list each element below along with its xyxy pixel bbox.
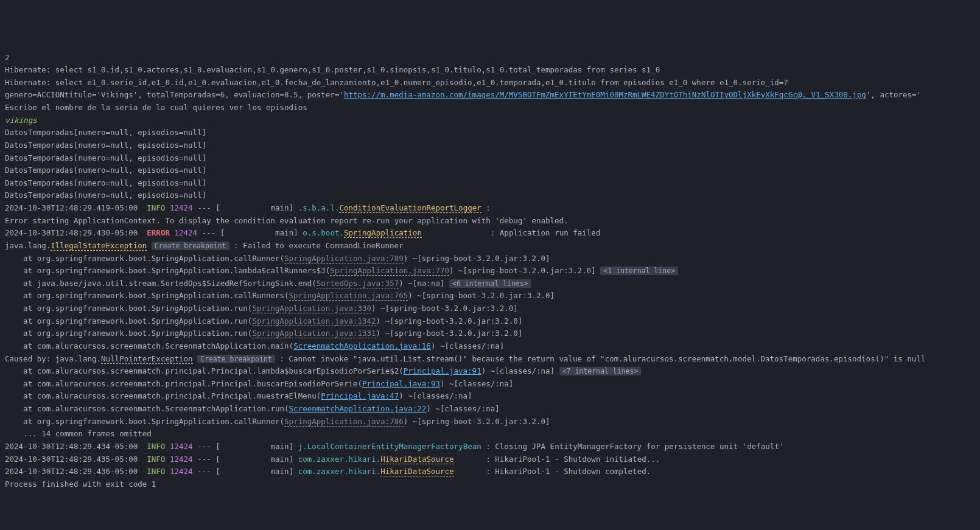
stack-jar: ) ~[spring-boot-3.2.0.jar:3.2.0] — [449, 266, 596, 275]
source-link[interactable]: SpringApplication.java:786 — [284, 417, 404, 427]
temporada-text: DatosTemporadas[numero=null, episodios=n… — [5, 178, 206, 187]
source-link[interactable]: Principal.java:93 — [362, 379, 440, 388]
process-id: 12424 — [170, 467, 193, 476]
stack-frame: at org.springframework.boot.SpringApplic… — [5, 265, 975, 277]
timestamp: 2024-10-30T12:48:29.434-05:00 — [5, 442, 138, 451]
log-level: INFO — [147, 467, 165, 476]
stack-location: at org.springframework.boot.SpringApplic… — [5, 417, 284, 426]
stack-frame: at org.springframework.boot.SpringApplic… — [5, 315, 975, 328]
exit-text: Process finished with exit code 1 — [5, 479, 156, 489]
source-link[interactable]: Principal.java:47 — [321, 391, 399, 400]
source-link[interactable]: SortedOps.java:357 — [317, 279, 399, 288]
stack-location: at org.springframework.boot.SpringApplic… — [5, 329, 252, 338]
logger-name: j.LocalContainerEntityManagerFactoryBean — [298, 442, 481, 451]
temporada-output: DatosTemporadas[numero=null, episodios=n… — [5, 127, 975, 139]
exception-message: : Failed to execute CommandLineRunner — [229, 241, 404, 250]
exception-line: java.lang.IllegalStateException Create b… — [5, 240, 975, 253]
process-id: 12424 — [170, 203, 193, 212]
stack-location: at com.aluracursos.screenmatch.principal… — [5, 366, 404, 375]
stack-jar: ) ~[classes/:na] — [399, 391, 472, 400]
thread-name: --- [ main] — [197, 455, 298, 464]
logger-name[interactable]: HikariDataSource — [380, 467, 453, 476]
temporada-output: DatosTemporadas[numero=null, episodios=n… — [5, 152, 975, 165]
frames-omitted: ... 14 common frames omitted — [5, 428, 975, 441]
collapsed-frames-chip[interactable]: <7 internal lines> — [559, 367, 642, 375]
stack-frame: at org.springframework.boot.SpringApplic… — [5, 327, 975, 340]
error-context-text: Error starting ApplicationContext. To di… — [5, 216, 569, 225]
thread-name: --- [ main] — [197, 442, 298, 451]
stack-jar: ) ~[spring-boot-3.2.0.jar:3.2.0] — [376, 329, 523, 338]
stack-frame: at com.aluracursos.screenmatch.principal… — [5, 378, 975, 391]
temporada-text: DatosTemporadas[numero=null, episodios=n… — [5, 190, 206, 200]
sql-text: Hibernate: select s1_0.id,s1_0.actores,s… — [5, 65, 660, 74]
stack-frame: at org.springframework.boot.SpringApplic… — [5, 290, 975, 302]
source-link[interactable]: ScreenmatchApplication.java:22 — [289, 404, 427, 413]
sql-query: Hibernate: select e1_0.serie_id,e1_0.id,… — [5, 77, 975, 89]
exception-name[interactable]: IllegalStateException — [51, 241, 147, 251]
omitted-text: ... 14 common frames omitted — [5, 429, 152, 438]
logger-prefix: com.zaxxer.hikari. — [298, 455, 380, 464]
stack-jar: ) ~[spring-boot-3.2.0.jar:3.2.0] — [404, 417, 550, 426]
logger-name[interactable]: SpringApplication — [344, 228, 422, 238]
collapsed-frames-chip[interactable]: <1 internal line> — [600, 267, 678, 275]
stack-frame: at com.aluracursos.screenmatch.principal… — [5, 365, 975, 378]
source-link[interactable]: Principal.java:91 — [404, 366, 481, 375]
temporada-text: DatosTemporadas[numero=null, episodios=n… — [5, 128, 206, 137]
source-link[interactable]: SpringApplication.java:330 — [252, 304, 371, 313]
temporada-text: DatosTemporadas[numero=null, episodios=n… — [5, 166, 206, 175]
logger-prefix: com.zaxxer.hikari. — [298, 467, 380, 476]
source-link[interactable]: SpringApplication.java:765 — [289, 291, 408, 301]
temporada-text: DatosTemporadas[numero=null, episodios=n… — [5, 153, 206, 162]
timestamp: 2024-10-30T12:48:29.430-05:00 — [5, 228, 138, 237]
temporada-output: DatosTemporadas[numero=null, episodios=n… — [5, 189, 975, 202]
log-message: : HikariPool-1 - Shutdown initiated... — [486, 455, 660, 464]
stack-jar: ) ~[spring-boot-3.2.0.jar:3.2.0] — [404, 254, 550, 263]
stack-frame: at com.aluracursos.screenmatch.Screenmat… — [5, 403, 975, 416]
stack-location: at org.springframework.boot.SpringApplic… — [5, 266, 330, 275]
caused-by-message: : Cannot invoke "java.util.List.stream()… — [275, 354, 926, 363]
exit-line: Process finished with exit code 1 — [5, 478, 975, 491]
stack-location: at java.base/java.util.stream.SortedOps$… — [5, 279, 317, 288]
source-link[interactable]: SpringApplication.java:1331 — [252, 329, 376, 338]
stack-jar: ) ~[classes/:na] — [431, 341, 504, 350]
process-id: 12424 — [174, 228, 197, 237]
source-link[interactable]: SpringApplication.java:789 — [284, 254, 404, 263]
thread-name: --- [ main] — [197, 467, 298, 476]
line-number: 2 — [5, 53, 10, 62]
temporada-text: DatosTemporadas[numero=null, episodios=n… — [5, 141, 206, 150]
serie-suffix: ', actores=' — [866, 90, 921, 99]
stack-frame: at org.springframework.boot.SpringApplic… — [5, 416, 975, 428]
stack-jar: ) ~[na:na] — [399, 279, 444, 288]
thread-name: --- [ main] — [202, 228, 303, 237]
stack-frame: at org.springframework.boot.SpringApplic… — [5, 253, 975, 265]
serie-prefix: genero=ACCIONtitulo='Vikings', totalTemp… — [5, 90, 344, 99]
user-input: vikings — [5, 114, 975, 127]
create-breakpoint-button[interactable]: Create breakpoint — [197, 355, 275, 363]
log-level: INFO — [147, 442, 165, 451]
stack-location: at org.springframework.boot.SpringApplic… — [5, 316, 252, 326]
source-link[interactable]: ScreenmatchApplication.java:16 — [293, 341, 431, 350]
poster-url-link[interactable]: https://m.media-amazon.com/images/M/MV5B… — [344, 90, 866, 99]
log-line: 2024-10-30T12:48:29.434-05:00 INFO 12424… — [5, 441, 975, 453]
log-message: : Closing JPA EntityManagerFactory for p… — [481, 442, 784, 451]
source-link[interactable]: SpringApplication.java:1342 — [252, 316, 376, 326]
log-line: 2024-10-30T12:48:29.435-05:00 INFO 12424… — [5, 453, 975, 466]
temporada-output: DatosTemporadas[numero=null, episodios=n… — [5, 139, 975, 152]
collapsed-frames-chip[interactable]: <6 internal lines> — [449, 279, 531, 288]
create-breakpoint-button[interactable]: Create breakpoint — [152, 242, 229, 250]
stack-jar: ) ~[classes/:na] — [440, 379, 513, 388]
stack-location: at org.springframework.boot.SpringApplic… — [5, 304, 252, 313]
log-message: : HikariPool-1 - Shutdown completed. — [486, 467, 651, 476]
logger-name[interactable]: ConditionEvaluationReportLogger — [339, 203, 481, 213]
log-level: INFO — [147, 203, 165, 212]
caused-by-exception[interactable]: NullPointerException — [101, 354, 193, 364]
stack-location: at com.aluracursos.screenmatch.principal… — [5, 379, 362, 388]
error-text: Error starting ApplicationContext. To di… — [5, 215, 975, 228]
stack-location: at org.springframework.boot.SpringApplic… — [5, 291, 289, 300]
temporada-output: DatosTemporadas[numero=null, episodios=n… — [5, 177, 975, 190]
log-message: : Application run failed — [491, 228, 601, 237]
thread-name: --- [ main] — [197, 203, 298, 212]
log-line: 2024-10-30T12:48:29.436-05:00 INFO 12424… — [5, 465, 975, 478]
source-link[interactable]: SpringApplication.java:770 — [330, 266, 449, 276]
logger-name[interactable]: HikariDataSource — [380, 455, 453, 464]
